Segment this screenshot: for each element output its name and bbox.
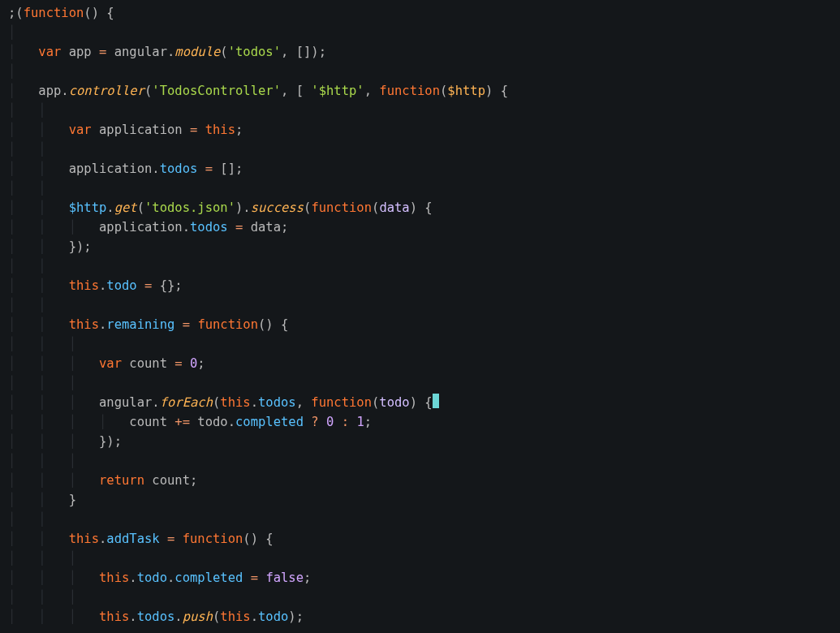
code-line: │ │ [8,103,46,118]
text-cursor [433,394,439,408]
code-line: │ │ this.todo = {}; [8,278,183,293]
code-line: │ │ │ this.todo.completed = false; [8,571,311,585]
code-line: │ │ │ [8,337,76,351]
code-line: │ │ │ │ count += todo.completed ? 0 : 1; [8,415,372,429]
code-line: │ │ var application = this; [8,123,243,137]
code-editor[interactable]: ;(function() { │ │ var app = angular.mod… [0,0,840,627]
code-line: │ │ this.addTask = function() { [8,532,274,546]
code-line: │ │ │ }); [8,434,122,449]
code-line: │ │ │ [8,376,76,390]
code-line: │ │ │ return count; [8,473,197,488]
code-line: ;(function() { [8,6,114,20]
code-line: │ │ │ [8,590,76,605]
code-line: │ │ [8,298,46,312]
code-line: │ │ │ angular.forEach(this.todos, functi… [8,395,439,410]
code-line: │ │ application.todos = []; [8,161,243,176]
code-line: │ [8,25,15,40]
code-line: │ [8,64,15,79]
code-line: │ │ [8,142,46,157]
code-line: │ var app = angular.module('todos', []); [8,45,326,59]
code-line: │ │ │ var count = 0; [8,356,205,371]
code-line: │ │ [8,259,46,273]
code-line: │ │ │ [8,454,76,468]
code-line: │ │ │ [8,551,76,566]
code-line: │ │ $http.get('todos.json').success(func… [8,200,433,215]
code-line: │ app.controller('TodosController', [ '$… [8,84,508,98]
code-line: │ │ } [8,493,76,507]
code-line: │ │ [8,512,46,527]
code-line: │ │ [8,181,46,196]
code-line: │ │ │ application.todos = data; [8,220,288,235]
code-line: │ │ this.remaining = function() { [8,317,288,332]
code-line: │ │ }); [8,239,92,254]
code-line: │ │ │ this.todos.push(this.todo); [8,609,304,624]
